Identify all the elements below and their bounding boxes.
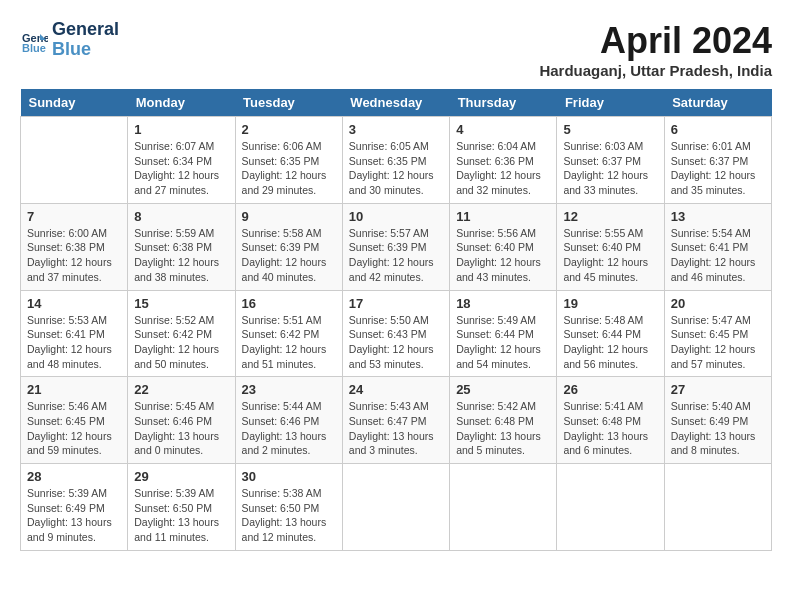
day-number: 16 <box>242 296 336 311</box>
day-number: 9 <box>242 209 336 224</box>
col-tuesday: Tuesday <box>235 89 342 117</box>
calendar-cell: 19Sunrise: 5:48 AM Sunset: 6:44 PM Dayli… <box>557 290 664 377</box>
cell-info: Sunrise: 6:01 AM Sunset: 6:37 PM Dayligh… <box>671 139 765 198</box>
calendar-cell: 5Sunrise: 6:03 AM Sunset: 6:37 PM Daylig… <box>557 117 664 204</box>
calendar-cell: 16Sunrise: 5:51 AM Sunset: 6:42 PM Dayli… <box>235 290 342 377</box>
calendar-cell: 26Sunrise: 5:41 AM Sunset: 6:48 PM Dayli… <box>557 377 664 464</box>
cell-info: Sunrise: 5:38 AM Sunset: 6:50 PM Dayligh… <box>242 486 336 545</box>
calendar-cell: 28Sunrise: 5:39 AM Sunset: 6:49 PM Dayli… <box>21 464 128 551</box>
cell-info: Sunrise: 5:49 AM Sunset: 6:44 PM Dayligh… <box>456 313 550 372</box>
calendar-cell: 23Sunrise: 5:44 AM Sunset: 6:46 PM Dayli… <box>235 377 342 464</box>
calendar-cell <box>21 117 128 204</box>
calendar-cell: 27Sunrise: 5:40 AM Sunset: 6:49 PM Dayli… <box>664 377 771 464</box>
cell-info: Sunrise: 5:39 AM Sunset: 6:50 PM Dayligh… <box>134 486 228 545</box>
page-header: General Blue General Blue April 2024 Har… <box>20 20 772 79</box>
logo: General Blue General Blue <box>20 20 119 60</box>
title-block: April 2024 Harduaganj, Uttar Pradesh, In… <box>539 20 772 79</box>
calendar-cell: 14Sunrise: 5:53 AM Sunset: 6:41 PM Dayli… <box>21 290 128 377</box>
calendar-cell: 12Sunrise: 5:55 AM Sunset: 6:40 PM Dayli… <box>557 203 664 290</box>
cell-info: Sunrise: 5:46 AM Sunset: 6:45 PM Dayligh… <box>27 399 121 458</box>
week-row-5: 28Sunrise: 5:39 AM Sunset: 6:49 PM Dayli… <box>21 464 772 551</box>
col-sunday: Sunday <box>21 89 128 117</box>
calendar-cell: 25Sunrise: 5:42 AM Sunset: 6:48 PM Dayli… <box>450 377 557 464</box>
day-number: 23 <box>242 382 336 397</box>
col-wednesday: Wednesday <box>342 89 449 117</box>
day-number: 7 <box>27 209 121 224</box>
cell-info: Sunrise: 6:03 AM Sunset: 6:37 PM Dayligh… <box>563 139 657 198</box>
calendar-cell: 10Sunrise: 5:57 AM Sunset: 6:39 PM Dayli… <box>342 203 449 290</box>
calendar-cell: 3Sunrise: 6:05 AM Sunset: 6:35 PM Daylig… <box>342 117 449 204</box>
day-number: 20 <box>671 296 765 311</box>
calendar-cell: 22Sunrise: 5:45 AM Sunset: 6:46 PM Dayli… <box>128 377 235 464</box>
cell-info: Sunrise: 5:54 AM Sunset: 6:41 PM Dayligh… <box>671 226 765 285</box>
cell-info: Sunrise: 6:00 AM Sunset: 6:38 PM Dayligh… <box>27 226 121 285</box>
calendar-cell: 21Sunrise: 5:46 AM Sunset: 6:45 PM Dayli… <box>21 377 128 464</box>
col-friday: Friday <box>557 89 664 117</box>
cell-info: Sunrise: 5:39 AM Sunset: 6:49 PM Dayligh… <box>27 486 121 545</box>
cell-info: Sunrise: 5:40 AM Sunset: 6:49 PM Dayligh… <box>671 399 765 458</box>
day-number: 17 <box>349 296 443 311</box>
day-number: 28 <box>27 469 121 484</box>
day-number: 15 <box>134 296 228 311</box>
cell-info: Sunrise: 5:55 AM Sunset: 6:40 PM Dayligh… <box>563 226 657 285</box>
cell-info: Sunrise: 6:06 AM Sunset: 6:35 PM Dayligh… <box>242 139 336 198</box>
day-number: 11 <box>456 209 550 224</box>
calendar-cell: 24Sunrise: 5:43 AM Sunset: 6:47 PM Dayli… <box>342 377 449 464</box>
week-row-4: 21Sunrise: 5:46 AM Sunset: 6:45 PM Dayli… <box>21 377 772 464</box>
week-row-2: 7Sunrise: 6:00 AM Sunset: 6:38 PM Daylig… <box>21 203 772 290</box>
day-number: 12 <box>563 209 657 224</box>
day-number: 29 <box>134 469 228 484</box>
week-row-1: 1Sunrise: 6:07 AM Sunset: 6:34 PM Daylig… <box>21 117 772 204</box>
week-row-3: 14Sunrise: 5:53 AM Sunset: 6:41 PM Dayli… <box>21 290 772 377</box>
day-number: 30 <box>242 469 336 484</box>
day-number: 27 <box>671 382 765 397</box>
logo-icon: General Blue <box>20 26 48 54</box>
calendar-cell: 11Sunrise: 5:56 AM Sunset: 6:40 PM Dayli… <box>450 203 557 290</box>
day-number: 22 <box>134 382 228 397</box>
calendar-cell <box>342 464 449 551</box>
day-number: 26 <box>563 382 657 397</box>
calendar-cell <box>450 464 557 551</box>
cell-info: Sunrise: 5:48 AM Sunset: 6:44 PM Dayligh… <box>563 313 657 372</box>
col-monday: Monday <box>128 89 235 117</box>
day-number: 24 <box>349 382 443 397</box>
calendar-cell: 1Sunrise: 6:07 AM Sunset: 6:34 PM Daylig… <box>128 117 235 204</box>
cell-info: Sunrise: 5:56 AM Sunset: 6:40 PM Dayligh… <box>456 226 550 285</box>
location: Harduaganj, Uttar Pradesh, India <box>539 62 772 79</box>
cell-info: Sunrise: 5:42 AM Sunset: 6:48 PM Dayligh… <box>456 399 550 458</box>
calendar-cell: 18Sunrise: 5:49 AM Sunset: 6:44 PM Dayli… <box>450 290 557 377</box>
calendar-cell: 2Sunrise: 6:06 AM Sunset: 6:35 PM Daylig… <box>235 117 342 204</box>
header-row: Sunday Monday Tuesday Wednesday Thursday… <box>21 89 772 117</box>
calendar-cell <box>664 464 771 551</box>
calendar-cell: 30Sunrise: 5:38 AM Sunset: 6:50 PM Dayli… <box>235 464 342 551</box>
cell-info: Sunrise: 6:07 AM Sunset: 6:34 PM Dayligh… <box>134 139 228 198</box>
calendar-cell: 9Sunrise: 5:58 AM Sunset: 6:39 PM Daylig… <box>235 203 342 290</box>
day-number: 21 <box>27 382 121 397</box>
col-saturday: Saturday <box>664 89 771 117</box>
cell-info: Sunrise: 5:47 AM Sunset: 6:45 PM Dayligh… <box>671 313 765 372</box>
cell-info: Sunrise: 5:50 AM Sunset: 6:43 PM Dayligh… <box>349 313 443 372</box>
day-number: 3 <box>349 122 443 137</box>
calendar-cell: 15Sunrise: 5:52 AM Sunset: 6:42 PM Dayli… <box>128 290 235 377</box>
calendar-cell: 4Sunrise: 6:04 AM Sunset: 6:36 PM Daylig… <box>450 117 557 204</box>
day-number: 4 <box>456 122 550 137</box>
month-title: April 2024 <box>539 20 772 62</box>
cell-info: Sunrise: 5:51 AM Sunset: 6:42 PM Dayligh… <box>242 313 336 372</box>
day-number: 1 <box>134 122 228 137</box>
logo-text: General Blue <box>52 20 119 60</box>
calendar-cell <box>557 464 664 551</box>
calendar-cell: 17Sunrise: 5:50 AM Sunset: 6:43 PM Dayli… <box>342 290 449 377</box>
col-thursday: Thursday <box>450 89 557 117</box>
day-number: 10 <box>349 209 443 224</box>
calendar-cell: 29Sunrise: 5:39 AM Sunset: 6:50 PM Dayli… <box>128 464 235 551</box>
day-number: 25 <box>456 382 550 397</box>
calendar-cell: 6Sunrise: 6:01 AM Sunset: 6:37 PM Daylig… <box>664 117 771 204</box>
cell-info: Sunrise: 5:59 AM Sunset: 6:38 PM Dayligh… <box>134 226 228 285</box>
day-number: 13 <box>671 209 765 224</box>
day-number: 14 <box>27 296 121 311</box>
cell-info: Sunrise: 6:04 AM Sunset: 6:36 PM Dayligh… <box>456 139 550 198</box>
cell-info: Sunrise: 5:43 AM Sunset: 6:47 PM Dayligh… <box>349 399 443 458</box>
cell-info: Sunrise: 6:05 AM Sunset: 6:35 PM Dayligh… <box>349 139 443 198</box>
cell-info: Sunrise: 5:58 AM Sunset: 6:39 PM Dayligh… <box>242 226 336 285</box>
day-number: 6 <box>671 122 765 137</box>
